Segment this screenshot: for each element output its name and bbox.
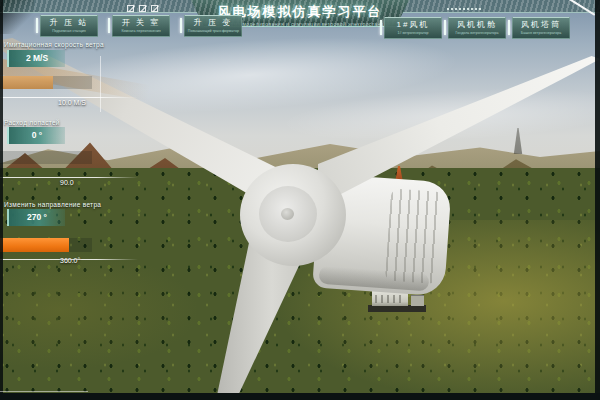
wind-speed-label: Имитационная скорость ветра	[4, 41, 104, 48]
wind-direction-slider-fill	[0, 238, 69, 252]
blade-pitch-value: 0 °	[7, 127, 65, 144]
guide-line	[100, 56, 101, 112]
nav-button-sublabel: Гондола ветрогенератора	[452, 30, 502, 35]
nav-left: 升 压 站 Подъемная станция 开 关 室 Комната пе…	[40, 15, 242, 37]
nav-button-label: 1#风机	[385, 20, 441, 30]
nav-button-sublabel: Повышающий трансформатор	[188, 28, 238, 33]
nav-button-sublabel: Подъемная станция	[44, 28, 94, 33]
blade-pitch-label: Расход лопастей	[4, 119, 60, 126]
header-checkbox-icons	[127, 5, 158, 12]
frame-right	[595, 0, 600, 400]
wind-direction-label: Изменить направление ветра	[4, 201, 101, 208]
nav-button-sublabel: 1# ветрогенератор	[388, 30, 438, 35]
blade-pitch-slider[interactable]	[0, 151, 92, 164]
nav-button-sublabel: Башня ветрогенератора	[516, 30, 566, 35]
wind-direction-value: 270 °	[7, 209, 65, 226]
wind-speed-scale	[0, 97, 138, 98]
frame-left	[0, 0, 3, 400]
nav-button-turbine-tower[interactable]: 风机塔筒 Башня ветрогенератора	[512, 17, 570, 39]
header-dots-decoration	[447, 8, 483, 10]
blade-pitch-scale	[0, 177, 138, 178]
hud-overlay: 风电场模拟仿真学习平台 Платформа моделирования и си…	[0, 0, 600, 400]
blade-pitch-max: 90.0	[60, 179, 74, 186]
nav-button-turbine-nacelle[interactable]: 风机机舱 Гондола ветрогенератора	[448, 17, 506, 39]
wind-speed-value: 2 M/S	[7, 50, 65, 67]
nav-button-turbine-1[interactable]: 1#风机 1# ветрогенератор	[384, 17, 442, 39]
wind-speed-max: 10.0 M/S	[58, 99, 86, 106]
checkbox-icon	[127, 5, 134, 12]
wind-direction-max: 360.0°	[60, 257, 80, 264]
nav-button-label: 风机机舱	[449, 20, 505, 30]
nav-button-label: 升 压 站	[41, 18, 97, 28]
checkbox-icon	[151, 5, 158, 12]
nav-button-step-up-transformer[interactable]: 升 压 变 Повышающий трансформатор	[184, 15, 242, 37]
frame-bottom	[0, 393, 600, 400]
nav-button-label: 风机塔筒	[513, 20, 569, 30]
bottom-guide-line	[0, 391, 88, 392]
nav-button-label: 开 关 室	[113, 18, 169, 28]
wind-speed-slider[interactable]	[0, 76, 92, 89]
app-window: 风电场模拟仿真学习平台 Платформа моделирования и си…	[0, 0, 600, 400]
wind-speed-slider-fill	[0, 76, 53, 89]
nav-button-booster-station[interactable]: 升 压 站 Подъемная станция	[40, 15, 98, 37]
checkbox-icon	[139, 5, 146, 12]
wind-direction-slider[interactable]	[0, 238, 92, 252]
nav-right: 1#风机 1# ветрогенератор 风机机舱 Гондола ветр…	[384, 17, 570, 39]
nav-button-label: 升 压 变	[185, 18, 241, 28]
nav-button-sublabel: Комната переключения	[116, 28, 166, 33]
nav-button-switch-room[interactable]: 开 关 室 Комната переключения	[112, 15, 170, 37]
